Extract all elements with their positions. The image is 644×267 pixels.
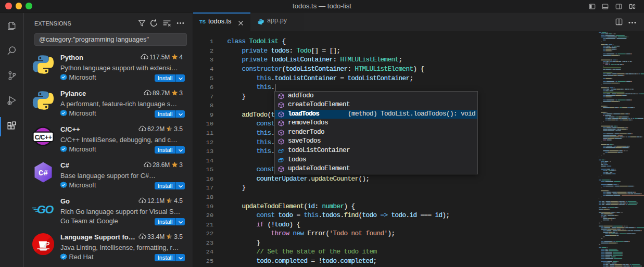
svg-text:C/C++: C/C++ <box>35 134 52 141</box>
svg-text:C#: C# <box>39 169 48 178</box>
svg-text:GO: GO <box>37 204 54 216</box>
